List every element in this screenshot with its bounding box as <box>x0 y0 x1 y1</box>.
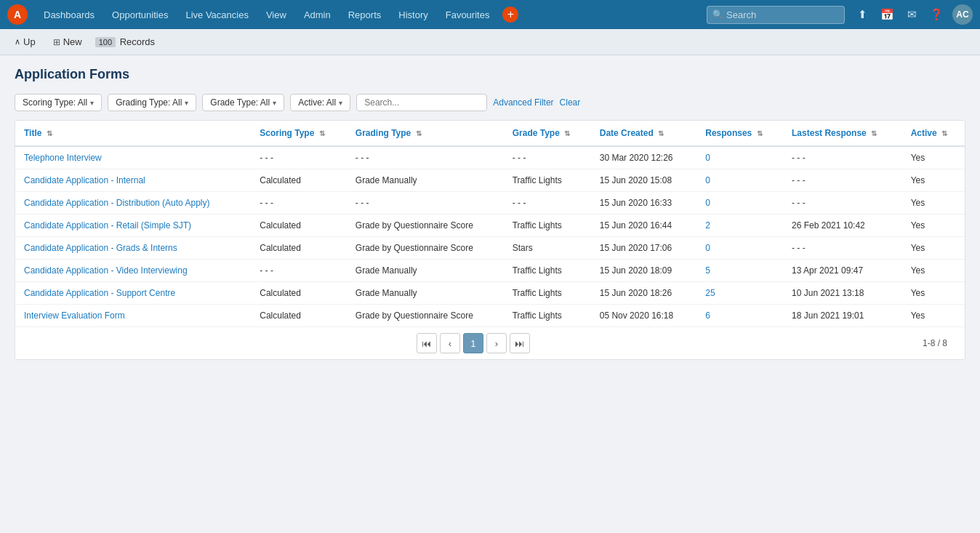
grade-type-filter[interactable]: Grade Type: All ▾ <box>202 94 284 111</box>
title-link[interactable]: Candidate Application - Retail (Simple S… <box>24 220 191 231</box>
cell-grade-type: - - - <box>504 192 591 215</box>
cell-active: Yes <box>902 215 965 237</box>
cell-title: Candidate Application - Distribution (Au… <box>15 192 251 215</box>
up-arrow-icon: ∧ <box>15 37 20 47</box>
col-scoring-type[interactable]: Scoring Type ⇅ <box>251 121 347 146</box>
cell-scoring-type: Calculated <box>251 282 347 305</box>
grading-type-filter[interactable]: Grading Type: All ▾ <box>108 94 196 111</box>
cell-title: Telephone Interview <box>15 146 251 169</box>
cell-title: Candidate Application - Retail (Simple S… <box>15 215 251 237</box>
records-count-badge: 100 <box>95 37 116 47</box>
nav-opportunities[interactable]: Opportunities <box>105 7 175 23</box>
up-button[interactable]: ∧ Up <box>9 34 41 49</box>
advanced-filter-link[interactable]: Advanced Filter <box>493 97 553 108</box>
nav-view[interactable]: View <box>259 7 294 23</box>
page-1-button[interactable]: 1 <box>463 333 483 353</box>
cell-scoring-type: Calculated <box>251 169 347 192</box>
cell-active: Yes <box>902 260 965 282</box>
new-button[interactable]: ⊞ New <box>47 34 88 49</box>
cell-grading-type: - - - <box>347 146 504 169</box>
cell-grading-type: Grade by Questionnaire Score <box>347 215 504 237</box>
responses-link[interactable]: 0 <box>705 243 710 253</box>
table-container: Title ⇅ Scoring Type ⇅ Grading Type ⇅ Gr… <box>15 120 965 360</box>
col-active[interactable]: Active ⇅ <box>902 121 965 146</box>
app-logo[interactable]: A <box>7 4 28 25</box>
search-input[interactable] <box>707 6 845 24</box>
title-link[interactable]: Candidate Application - Grads & Interns <box>24 243 177 253</box>
cell-grading-type: Grade by Questionnaire Score <box>347 305 504 327</box>
calendar-icon[interactable]: 📅 <box>878 6 896 23</box>
col-date-created[interactable]: Date Created ⇅ <box>591 121 697 146</box>
title-link[interactable]: Candidate Application - Support Centre <box>24 288 175 298</box>
prev-page-button[interactable]: ‹ <box>440 333 460 353</box>
title-link[interactable]: Candidate Application - Internal <box>24 175 145 185</box>
cell-grading-type: Grade Manually <box>347 260 504 282</box>
responses-link[interactable]: 0 <box>705 198 710 208</box>
cell-date-created: 30 Mar 2020 12:26 <box>591 146 697 169</box>
cell-grade-type: Traffic Lights <box>504 215 591 237</box>
title-link[interactable]: Telephone Interview <box>24 153 102 163</box>
avatar[interactable]: AC <box>952 4 973 25</box>
title-link[interactable]: Candidate Application - Distribution (Au… <box>24 198 209 208</box>
sort-icon: ⇅ <box>757 129 763 137</box>
active-filter[interactable]: Active: All ▾ <box>290 94 350 111</box>
cell-grade-type: - - - <box>504 146 591 169</box>
scoring-type-filter[interactable]: Scoring Type: All ▾ <box>15 94 102 111</box>
sort-icon: ⇅ <box>319 129 325 137</box>
filters-row: Scoring Type: All ▾ Grading Type: All ▾ … <box>15 94 965 111</box>
table-row: Candidate Application - Internal Calcula… <box>15 169 965 192</box>
upload-icon[interactable]: ⬆ <box>854 6 871 23</box>
cell-lastest-response: - - - <box>783 192 902 215</box>
page-content: Application Forms Scoring Type: All ▾ Gr… <box>0 55 980 372</box>
nav-history[interactable]: History <box>391 7 435 23</box>
responses-link[interactable]: 25 <box>705 288 715 298</box>
clear-filter-link[interactable]: Clear <box>560 97 581 108</box>
application-forms-table: Title ⇅ Scoring Type ⇅ Grading Type ⇅ Gr… <box>15 121 965 326</box>
col-grade-type[interactable]: Grade Type ⇅ <box>504 121 591 146</box>
responses-link[interactable]: 2 <box>705 220 710 231</box>
records-label: Records <box>120 36 155 47</box>
cell-responses: 25 <box>696 282 783 305</box>
last-page-button[interactable]: ⏭ <box>510 333 530 353</box>
nav-plus-button[interactable]: + <box>502 7 518 23</box>
filter-search-input[interactable] <box>356 94 487 111</box>
col-title[interactable]: Title ⇅ <box>15 121 251 146</box>
responses-link[interactable]: 6 <box>705 310 710 321</box>
cell-title: Candidate Application - Support Centre <box>15 282 251 305</box>
col-lastest-response[interactable]: Lastest Response ⇅ <box>783 121 902 146</box>
cell-date-created: 15 Jun 2020 17:06 <box>591 237 697 260</box>
title-link[interactable]: Candidate Application - Video Interviewi… <box>24 265 188 276</box>
cell-date-created: 15 Jun 2020 18:09 <box>591 260 697 282</box>
cell-grading-type: Grade Manually <box>347 169 504 192</box>
responses-link[interactable]: 0 <box>705 175 710 185</box>
next-page-button[interactable]: › <box>486 333 507 353</box>
col-responses[interactable]: Responses ⇅ <box>696 121 783 146</box>
table-header: Title ⇅ Scoring Type ⇅ Grading Type ⇅ Gr… <box>15 121 965 146</box>
cell-title: Candidate Application - Video Interviewi… <box>15 260 251 282</box>
responses-link[interactable]: 0 <box>705 153 710 163</box>
sort-icon: ⇅ <box>564 129 570 137</box>
help-icon[interactable]: ❓ <box>928 6 945 23</box>
nav-reports[interactable]: Reports <box>341 7 389 23</box>
title-link[interactable]: Interview Evaluation Form <box>24 310 125 321</box>
col-grading-type[interactable]: Grading Type ⇅ <box>347 121 504 146</box>
cell-lastest-response: - - - <box>783 146 902 169</box>
cell-responses: 0 <box>696 146 783 169</box>
responses-link[interactable]: 5 <box>705 265 710 276</box>
cell-title: Candidate Application - Grads & Interns <box>15 237 251 260</box>
nav-admin[interactable]: Admin <box>297 7 338 23</box>
new-plus-icon: ⊞ <box>53 37 60 47</box>
cell-responses: 0 <box>696 169 783 192</box>
cell-grading-type: - - - <box>347 192 504 215</box>
first-page-button[interactable]: ⏮ <box>417 333 437 353</box>
cell-date-created: 15 Jun 2020 18:26 <box>591 282 697 305</box>
cell-grade-type: Traffic Lights <box>504 282 591 305</box>
nav-dashboards[interactable]: Dashboards <box>36 7 102 23</box>
cell-active: Yes <box>902 237 965 260</box>
sort-icon: ⇅ <box>941 129 947 137</box>
table-row: Candidate Application - Support Centre C… <box>15 282 965 305</box>
nav-live-vacancies[interactable]: Live Vacancies <box>178 7 255 23</box>
email-icon[interactable]: ✉ <box>903 6 920 23</box>
nav-favourites[interactable]: Favourites <box>438 7 497 23</box>
table-row: Candidate Application - Grads & Interns … <box>15 237 965 260</box>
